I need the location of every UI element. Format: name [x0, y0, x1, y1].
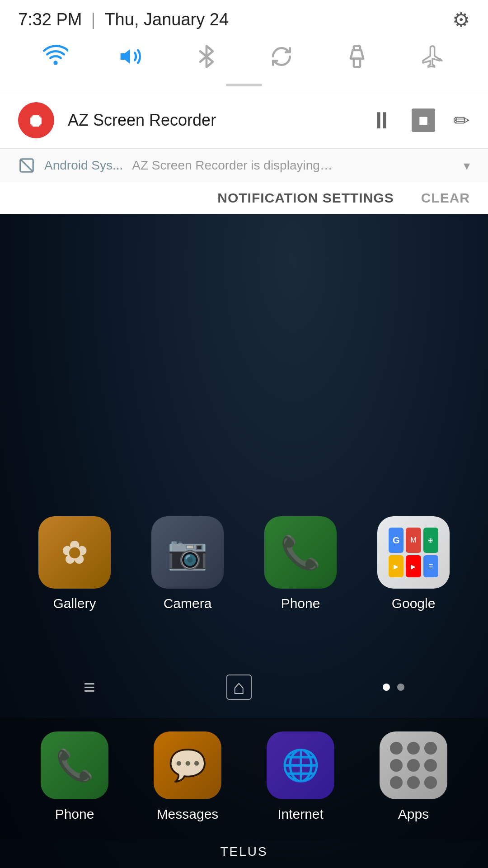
dock-phone-label: Phone [55, 807, 94, 822]
az-recorder-notification[interactable]: ⏺ AZ Screen Recorder ⏸ ■ ✏ [0, 92, 488, 148]
drag-handle-bar [226, 84, 262, 86]
volume-toggle[interactable] [118, 44, 144, 71]
svg-point-0 [54, 61, 58, 65]
dock-apps-icon [380, 731, 447, 799]
carrier-name: TELUS [220, 844, 267, 859]
status-date: Thu, January 24 [104, 10, 229, 29]
camera-app[interactable]: 📷 Camera [131, 507, 244, 620]
gallery-app[interactable]: ✿ Gallery [18, 507, 131, 620]
gallery-label: Gallery [53, 596, 96, 611]
airplane-toggle[interactable] [420, 44, 445, 71]
camera-icon: 📷 [151, 516, 224, 589]
expand-icon[interactable]: ▾ [464, 158, 470, 173]
phone-app[interactable]: 📞 Phone [244, 507, 357, 620]
flashlight-toggle[interactable] [344, 44, 370, 71]
drag-handle[interactable] [0, 80, 488, 92]
status-left: 7:32 PM | Thu, January 24 [18, 10, 229, 29]
sys-notif-text: AZ Screen Recorder is displaying… [132, 158, 455, 173]
airplane-icon [420, 44, 445, 69]
google-label: Google [392, 596, 436, 611]
quick-settings [0, 39, 488, 80]
bluetooth-toggle[interactable] [194, 44, 219, 71]
carrier-bar: TELUS [0, 840, 488, 868]
home-button[interactable]: ⌂ [226, 675, 252, 700]
dock-apps[interactable]: Apps [357, 722, 470, 831]
wifi-toggle[interactable] [43, 44, 68, 71]
phone-icon: 📞 [264, 516, 337, 589]
page-dot-1 [383, 684, 390, 691]
google-app[interactable]: G M ⊕ ▶ ▶ ☰ Google [357, 507, 470, 620]
sync-icon [269, 44, 294, 69]
status-bar: 7:32 PM | Thu, January 24 ⚙ [0, 0, 488, 39]
az-recorder-icon-wrapper: ⏺ [18, 102, 54, 138]
stop-button[interactable]: ■ [412, 108, 435, 132]
google-icon: G M ⊕ ▶ ▶ ☰ [377, 516, 450, 589]
az-recorder-title: AZ Screen Recorder [68, 111, 357, 130]
android-sys-icon [18, 157, 35, 174]
edit-button[interactable]: ✏ [453, 109, 470, 132]
volume-icon [118, 44, 144, 69]
status-time: 7:32 PM [18, 10, 82, 29]
dock-internet-label: Internet [277, 807, 324, 822]
dock-internet-icon: 🌐 [267, 731, 334, 799]
page-indicators [383, 684, 404, 691]
dock-messages-icon: 💬 [154, 731, 221, 799]
notif-action-buttons: ⏸ ■ ✏ [370, 107, 470, 134]
pause-button[interactable]: ⏸ [370, 107, 394, 134]
az-recorder-icon: ⏺ [27, 110, 45, 131]
notif-actions-bar: NOTIFICATION SETTINGS CLEAR [0, 182, 488, 214]
status-divider: | [91, 10, 96, 29]
dock-internet[interactable]: 🌐 Internet [244, 722, 357, 831]
sys-notif-source: Android Sys... [44, 158, 123, 173]
nav-bar: ≡ ⌂ [0, 661, 488, 718]
svg-marker-1 [121, 49, 130, 64]
settings-icon[interactable]: ⚙ [452, 8, 470, 31]
svg-rect-2 [354, 46, 360, 50]
app-dock: 📞 Phone 💬 Messages 🌐 Internet [0, 718, 488, 840]
gallery-icon: ✿ [38, 516, 111, 589]
dock-messages[interactable]: 💬 Messages [131, 722, 244, 831]
wifi-icon [43, 44, 68, 69]
dock-apps-label: Apps [398, 807, 429, 822]
dock-messages-label: Messages [157, 807, 219, 822]
dock-phone[interactable]: 📞 Phone [18, 722, 131, 831]
notification-shade: 7:32 PM | Thu, January 24 ⚙ [0, 0, 488, 214]
svg-rect-3 [354, 59, 360, 67]
dock-phone-icon: 📞 [41, 731, 108, 799]
bluetooth-icon [194, 44, 219, 69]
recent-apps-icon[interactable]: ≡ [84, 676, 95, 698]
phone-label: Phone [281, 596, 320, 611]
sys-notification[interactable]: Android Sys... AZ Screen Recorder is dis… [0, 149, 488, 182]
app-grid: ✿ Gallery 📷 Camera 📞 Phone [0, 507, 488, 647]
clear-button[interactable]: CLEAR [421, 190, 470, 206]
camera-label: Camera [164, 596, 212, 611]
notification-settings-button[interactable]: NOTIFICATION SETTINGS [217, 190, 394, 206]
flashlight-icon [344, 44, 370, 69]
sync-toggle[interactable] [269, 44, 294, 71]
page-dot-2 [397, 684, 404, 691]
